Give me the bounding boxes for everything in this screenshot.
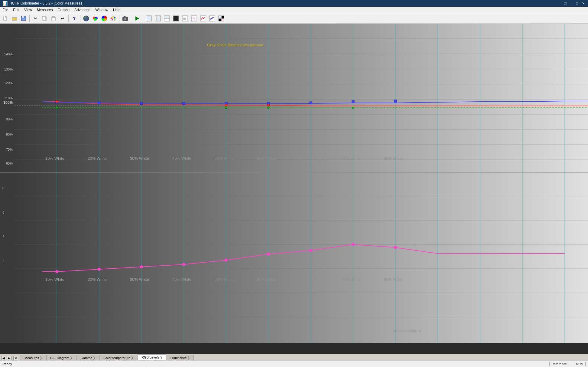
red-point-1 [56,100,58,103]
menubar: File Edit View Measures Graphs Advanced … [0,7,588,13]
svg-text:40% White: 40% White [172,277,191,282]
undo-button[interactable]: ↩ [58,14,67,23]
svg-rect-38 [174,16,178,21]
tab-rgb-levels[interactable]: RGB Levels ❯ [138,354,166,360]
menu-advanced[interactable]: Advanced [72,7,93,13]
magenta-point-9 [394,246,397,249]
menu-help[interactable]: Help [111,7,123,13]
svg-text:60% White: 60% White [257,156,276,161]
minimize-button[interactable]: — [569,1,573,6]
statusbar-right: Reference NUM [549,362,586,366]
tab-color-temperature[interactable]: Color temperature ❯ [99,355,137,360]
svg-point-23 [112,19,113,20]
svg-point-12 [86,17,88,18]
menu-view[interactable]: View [22,7,34,13]
magenta-point-6 [267,253,270,256]
chart-title: Gray Scale Balance w/o gamma [207,43,263,47]
svg-rect-51 [15,24,588,343]
titlebar-controls: ❐ — □ ✕ [563,1,586,6]
svg-rect-118 [352,100,354,103]
svg-point-120 [225,104,227,106]
svg-text:50% White: 50% White [215,156,234,161]
svg-point-19 [111,18,112,19]
magenta-point-4 [182,263,185,266]
svg-text:80%: 80% [6,133,13,136]
tab-next-button[interactable]: ▶ [7,356,11,360]
save-button[interactable] [19,14,28,23]
tab-close-button[interactable]: ✕ [13,356,18,360]
svg-point-20 [112,17,114,18]
svg-text:110%: 110% [4,96,13,100]
svg-rect-48 [219,19,221,21]
play-button[interactable] [133,14,141,23]
help-button[interactable]: ? [70,14,79,23]
svg-point-13 [86,19,87,20]
view-btn-3[interactable] [163,14,171,23]
copy-button[interactable] [40,14,49,23]
svg-text:20% White: 20% White [88,156,107,161]
restore-button[interactable]: ❐ [563,1,567,6]
svg-point-121 [267,104,270,106]
menu-window[interactable]: Window [93,7,111,13]
svg-rect-27 [124,16,125,17]
menu-measures[interactable]: Measures [34,7,55,13]
toolbar-sep3 [80,15,80,22]
view-btn-9[interactable] [217,14,226,23]
num-indicator: NUM [574,362,586,366]
tab-nav: ◀ ▶ ✕ [0,356,21,360]
tab-gamma[interactable]: Gamma ❯ [76,355,99,360]
svg-rect-36 [165,16,169,18]
svg-point-21 [114,17,115,18]
cut-button[interactable]: ✂ [31,14,40,23]
close-button[interactable]: ✕ [581,1,586,6]
view-btn-1[interactable] [145,14,153,23]
toolbar-sep5 [131,15,131,22]
color-wheel-button[interactable] [100,14,109,23]
svg-text:130%: 130% [4,67,13,71]
view-btn-8[interactable] [208,14,216,23]
view-btn-4[interactable] [172,14,180,23]
tab-prev-button[interactable]: ◀ [1,356,6,360]
svg-text:30% White: 30% White [130,277,149,282]
svg-text:90% White: 90% White [384,277,403,282]
maximize-button[interactable]: □ [575,1,580,6]
view-btn-7[interactable] [199,14,207,23]
rgb-circles-button[interactable] [91,14,99,23]
magenta-point-2 [98,268,101,271]
svg-text:90%: 90% [6,117,13,121]
open-button[interactable] [10,14,19,23]
watermark: hcfr.sourceforge.net [393,329,422,333]
svg-rect-9 [53,16,54,18]
svg-rect-113 [140,102,143,105]
svg-text:6: 6 [2,211,4,214]
svg-text:90% White: 90% White [384,156,403,161]
tab-luminance[interactable]: Luminance ❯ [167,355,194,360]
svg-rect-4 [22,16,24,18]
menu-edit[interactable]: Edit [11,7,22,13]
svg-text:70%: 70% [6,148,13,151]
svg-text:120%: 120% [4,81,13,85]
svg-text:10% White: 10% White [45,277,64,282]
colorimeter-button[interactable] [82,14,90,23]
svg-rect-117 [310,102,312,104]
palette-button[interactable] [109,14,118,23]
svg-text:40% White: 40% White [172,156,191,161]
view-btn-2[interactable] [154,14,162,23]
svg-rect-2 [12,18,15,20]
toolbar-sep1 [29,15,30,22]
svg-marker-28 [135,16,139,21]
svg-point-123 [268,107,269,109]
view-btn-6[interactable] [190,14,198,23]
view-btn-5[interactable]: ▤ [181,14,189,23]
svg-point-10 [83,16,89,21]
menu-graphs[interactable]: Graphs [55,7,72,13]
new-button[interactable] [1,14,10,23]
paste-button[interactable] [49,14,58,23]
svg-rect-114 [183,102,185,105]
tab-cie-diagram[interactable]: CIE Diagram ❯ [46,355,76,360]
screenshot-button[interactable] [121,14,129,23]
menu-file[interactable]: File [0,7,11,13]
toolbar-sep4 [119,15,119,22]
titlebar-left: 📊 HCFR Colorimeter - 3.5.2 - [Color Meas… [2,1,83,6]
tab-measures[interactable]: Measures ❯ [21,355,46,360]
